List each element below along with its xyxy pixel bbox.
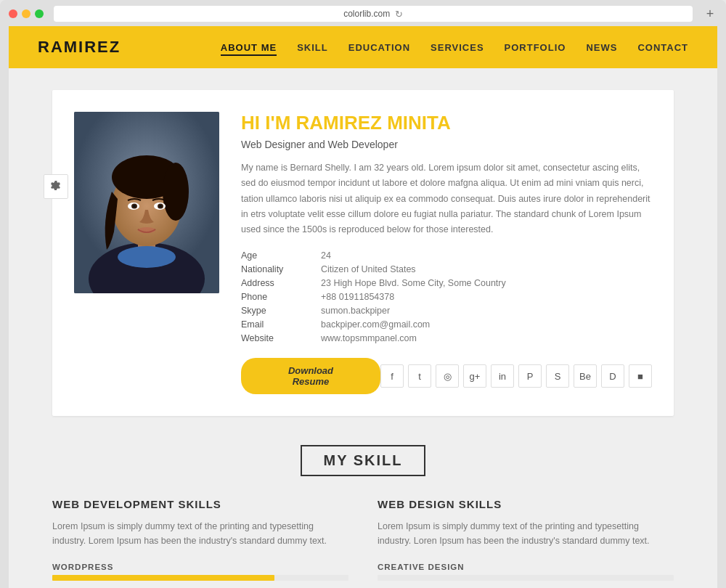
nav-link-contact[interactable]: CONTACT xyxy=(637,42,688,53)
svg-point-13 xyxy=(138,227,155,233)
browser-titlebar: colorlib.com ↻ + xyxy=(9,6,717,22)
svg-point-3 xyxy=(118,246,176,268)
value-nationality: Citizen of United States xyxy=(321,264,652,274)
nav-menu: ABOUT ME SKILL EDUCATION SERVICES PORTFO… xyxy=(221,41,688,54)
skill-creative-label: CREATIVE DESIGN xyxy=(378,563,674,571)
greeting: HI I'M RAMIREZ MINITA xyxy=(241,112,652,134)
label-phone: Phone xyxy=(241,292,314,302)
download-resume-button[interactable]: Download Resume xyxy=(241,358,380,394)
browser-content: RAMIREZ ABOUT ME SKILL EDUCATION SERVICE… xyxy=(9,26,717,588)
skill-wordpress: WORDPRESS xyxy=(52,563,348,581)
nav-item-education[interactable]: EDUCATION xyxy=(348,41,410,54)
twitter-icon[interactable]: t xyxy=(408,364,431,388)
action-area: Download Resume f t ◎ g+ in P S Be D ■ xyxy=(241,358,652,394)
web-dev-skills-col: WEB DEVELOPMENT SKILLS Lorem Ipsum is si… xyxy=(52,498,348,588)
about-info: HI I'M RAMIREZ MINITA Web Designer and W… xyxy=(241,112,652,394)
site-logo[interactable]: RAMIREZ xyxy=(38,38,121,57)
value-website: www.topsmmpanel.com xyxy=(321,333,652,343)
value-age: 24 xyxy=(321,250,652,261)
social-icons-row: f t ◎ g+ in P S Be D ■ xyxy=(380,364,652,388)
value-phone: +88 01911854378 xyxy=(321,292,652,302)
rss-icon[interactable]: ■ xyxy=(629,364,652,388)
label-address: Address xyxy=(241,278,314,288)
skill-wordpress-bar xyxy=(52,575,274,581)
nav-link-skill[interactable]: SKILL xyxy=(297,42,328,53)
add-tab-button[interactable]: + xyxy=(703,7,717,21)
svg-point-11 xyxy=(133,205,136,208)
web-dev-desc: Lorem Ipsum is simply dummy text of the … xyxy=(52,519,348,548)
label-age: Age xyxy=(241,250,314,261)
value-skype: sumon.backpiper xyxy=(321,306,652,316)
label-email: Email xyxy=(241,319,314,330)
skill-wordpress-label: WORDPRESS xyxy=(52,563,348,571)
profile-photo xyxy=(74,112,219,293)
nav-item-contact[interactable]: CONTACT xyxy=(637,41,688,54)
greeting-name: RAMIREZ MINITA xyxy=(296,112,451,134)
minimize-dot[interactable] xyxy=(22,9,30,18)
nav-item-services[interactable]: SERVICES xyxy=(431,41,484,54)
googleplus-icon[interactable]: g+ xyxy=(463,364,486,388)
skill-creative-design: CREATIVE DESIGN xyxy=(378,563,674,581)
section-title-wrap: MY SKILL xyxy=(52,445,674,476)
label-website: Website xyxy=(241,333,314,343)
skill-wordpress-bar-bg xyxy=(52,575,348,581)
facebook-icon[interactable]: f xyxy=(380,364,404,388)
web-dev-title: WEB DEVELOPMENT SKILLS xyxy=(52,498,348,510)
nav-item-about[interactable]: ABOUT ME xyxy=(221,41,277,54)
page-body: HI I'M RAMIREZ MINITA Web Designer and W… xyxy=(9,68,717,588)
maximize-dot[interactable] xyxy=(35,9,44,18)
photo-svg xyxy=(74,112,219,293)
label-skype: Skype xyxy=(241,306,314,316)
address-bar[interactable]: colorlib.com ↻ xyxy=(54,6,693,22)
nav-link-about[interactable]: ABOUT ME xyxy=(221,42,277,56)
dribbble-icon[interactable]: D xyxy=(601,364,624,388)
close-dot[interactable] xyxy=(9,9,17,18)
skills-section-title: MY SKILL xyxy=(301,445,426,476)
nav-item-portfolio[interactable]: PORTFOLIO xyxy=(505,41,566,54)
label-nationality: Nationality xyxy=(241,264,314,274)
behance-icon[interactable]: Be xyxy=(574,364,597,388)
svg-point-12 xyxy=(159,205,162,208)
url-text: colorlib.com xyxy=(343,9,390,19)
nav-item-news[interactable]: NEWS xyxy=(586,41,617,54)
site-header: RAMIREZ ABOUT ME SKILL EDUCATION SERVICE… xyxy=(9,26,717,68)
details-grid: Age 24 Nationality Citizen of United Sta… xyxy=(241,250,652,343)
reload-icon[interactable]: ↻ xyxy=(395,9,403,20)
greeting-static: HI I'M xyxy=(241,112,296,134)
skill-creative-bar-bg xyxy=(378,575,674,581)
web-design-title: WEB DESIGN SKILLS xyxy=(378,498,674,510)
browser-window: colorlib.com ↻ + RAMIREZ ABOUT ME SKILL … xyxy=(0,0,726,588)
web-design-skills-col: WEB DESIGN SKILLS Lorem Ipsum is simply … xyxy=(378,498,674,588)
subtitle: Web Designer and Web Developer xyxy=(241,139,652,150)
linkedin-icon[interactable]: in xyxy=(491,364,514,388)
bio-text: My name is Bernard Shelly. I am 32 years… xyxy=(241,160,652,237)
nav-link-education[interactable]: EDUCATION xyxy=(348,42,410,53)
nav-link-news[interactable]: NEWS xyxy=(586,42,617,53)
settings-button[interactable] xyxy=(44,174,68,199)
nav-link-portfolio[interactable]: PORTFOLIO xyxy=(505,42,566,53)
instagram-icon[interactable]: ◎ xyxy=(436,364,459,388)
web-design-desc: Lorem Ipsum is simply dummy text of the … xyxy=(378,519,674,548)
pinterest-icon[interactable]: P xyxy=(518,364,542,388)
about-card: HI I'M RAMIREZ MINITA Web Designer and W… xyxy=(52,90,674,416)
skype-icon[interactable]: S xyxy=(546,364,569,388)
svg-point-6 xyxy=(163,163,189,221)
skills-grid: WEB DEVELOPMENT SKILLS Lorem Ipsum is si… xyxy=(52,498,674,588)
nav-item-skill[interactable]: SKILL xyxy=(297,41,328,54)
nav-link-services[interactable]: SERVICES xyxy=(431,42,484,53)
value-email: backpiper.com@gmail.com xyxy=(321,319,652,330)
value-address: 23 High Hope Blvd. Some City, Some Count… xyxy=(321,278,652,288)
